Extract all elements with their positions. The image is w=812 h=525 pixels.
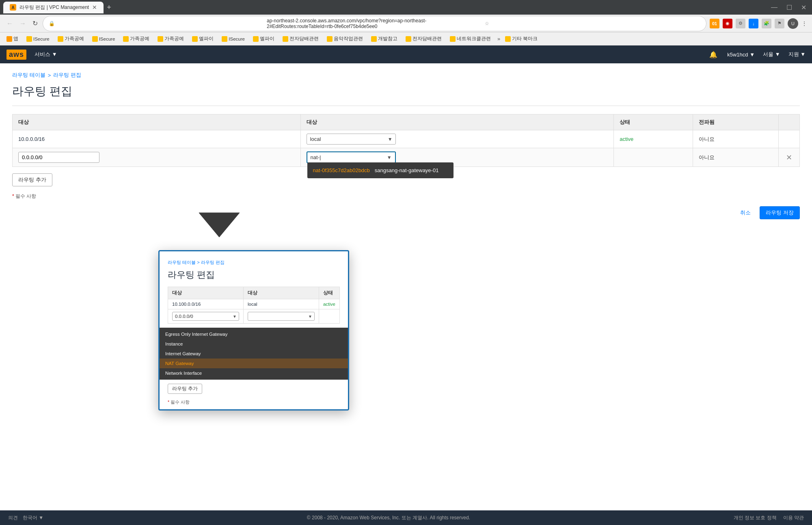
star-icon[interactable]: ☆ [485, 21, 700, 26]
zoom-status-active: active [323, 302, 335, 307]
aws-bell-icon[interactable]: 🔔 [709, 51, 717, 58]
zoom-target-input[interactable] [248, 312, 314, 320]
footer-feedback[interactable]: 의견 [8, 514, 18, 521]
zoom-add-route-button[interactable]: 라우팅 추가 [168, 384, 202, 394]
status-value: active [620, 136, 633, 142]
bookmark-cigarette1[interactable]: 전자담배관련 [279, 35, 322, 43]
bookmark-label: 전자담배관련 [289, 36, 319, 42]
back-button[interactable]: ← [5, 19, 15, 28]
zoom-table-row-2: ▼ ▼ [168, 309, 340, 324]
zoom-add-route-section: 라우팅 추가 [168, 380, 340, 400]
bookmark-cigarette2[interactable]: 전자담배관련 [402, 35, 445, 43]
aws-services-button[interactable]: 서비스 ▼ [31, 49, 60, 60]
maximize-button[interactable]: ☐ [784, 3, 795, 12]
forward-button[interactable]: → [18, 19, 28, 28]
apps-icon [6, 36, 12, 42]
remove-route-button[interactable]: ✕ [784, 153, 794, 162]
bookmark-family1[interactable]: 가족공예 [54, 35, 87, 43]
folder-icon [283, 36, 288, 42]
propagation-cell: 아니요 [693, 130, 779, 148]
zoom-dest-input[interactable] [173, 312, 239, 320]
target-select[interactable]: local [307, 134, 396, 145]
tab-icon: A [10, 4, 16, 11]
bookmark-dev[interactable]: 개발참고 [368, 35, 401, 43]
footer-language-label[interactable]: 한국어 ▼ [23, 514, 43, 521]
bookmark-apps[interactable]: 앱 [3, 35, 22, 43]
toolbar-icon-red[interactable]: ◉ [723, 19, 732, 28]
bookmark-isecure3[interactable]: ISecure [218, 35, 248, 43]
folder-icon [406, 36, 411, 42]
destination-input[interactable] [18, 152, 99, 163]
zoom-dropdown-item-instance[interactable]: Instance [160, 339, 348, 349]
bookmark-isecure2[interactable]: ISecure [89, 35, 119, 43]
col-destination: 대상 [13, 115, 301, 130]
zoom-route-table: 대상 대상 상태 10.100.0.0/16 local active [168, 287, 340, 324]
zoom-target-dropdown: Egress Only Internet Gateway Instance In… [160, 328, 348, 380]
bookmark-isecure1[interactable]: ISecure [23, 35, 53, 43]
zoom-panel-title: 라우팅 편집 [168, 269, 340, 281]
zoom-dropdown-item-eni[interactable]: Network Interface [160, 368, 348, 378]
toolbar-icon-ext[interactable]: 🧩 [762, 19, 771, 28]
toolbar-icon-gear[interactable]: ⚙ [736, 19, 745, 28]
action-cell [779, 130, 800, 148]
folder-icon [26, 36, 32, 42]
zoom-dropdown-item-nat[interactable]: NAT Gateway [160, 359, 348, 368]
refresh-button[interactable]: ↻ [31, 19, 39, 28]
browser-tab-active[interactable]: A 라우팅 편집 | VPC Management ✕ [3, 2, 104, 13]
zoom-panel: 라우팅 테이블 > 라우팅 편집 라우팅 편집 대상 대상 상태 10.100. [158, 250, 349, 410]
zoom-col-target: 대상 [243, 287, 319, 299]
footer-language-selector[interactable]: 한국어 ▼ [23, 514, 43, 521]
minimize-button[interactable]: — [769, 3, 780, 12]
breadcrumb-parent-link[interactable]: 라우팅 테이블 [12, 71, 45, 79]
main-content: 라우팅 테이블 > 라우팅 편집 라우팅 편집 대상 대상 상태 전파됨 [0, 63, 812, 510]
tab-close-button[interactable]: ✕ [92, 4, 97, 11]
aws-support-button[interactable]: 지원 ▼ [788, 51, 806, 58]
save-routes-button[interactable]: 라우팅 저장 [760, 206, 800, 219]
zoom-breadcrumb-sep: > [197, 260, 199, 265]
new-tab-button[interactable]: + [104, 2, 114, 13]
folder-icon [58, 36, 63, 42]
bookmarks-more-button[interactable]: » [497, 36, 500, 42]
bookmark-music[interactable]: 음악작업관련 [324, 35, 366, 43]
more-options-button[interactable]: ⋮ [801, 20, 807, 27]
status-cell: active [614, 130, 693, 148]
bookmark-elfai1[interactable]: 엘파이 [189, 35, 217, 43]
bookmark-other[interactable]: 기타 북마크 [502, 35, 541, 43]
bookmark-label: 음악작업관련 [334, 36, 363, 42]
propagation-value: 아니요 [699, 136, 715, 142]
aws-user-button[interactable]: k5w1hcd ▼ [727, 52, 755, 58]
footer-terms-link[interactable]: 이용 약관 [783, 514, 804, 521]
folder-icon [505, 36, 511, 42]
bookmark-label: ISecure [33, 37, 50, 41]
zoom-status-1: active [319, 299, 339, 309]
bookmark-family3[interactable]: 가족공예 [154, 35, 187, 43]
toolbar-icon-flag[interactable]: ⚑ [775, 19, 784, 28]
aws-region-button[interactable]: 서울 ▼ [763, 51, 780, 58]
user-avatar[interactable]: U [788, 18, 798, 29]
zoom-dropdown-item-igw[interactable]: Internet Gateway [160, 349, 348, 359]
nat-target-input[interactable] [307, 152, 395, 162]
bookmark-elfai2[interactable]: 엘파이 [250, 35, 278, 43]
bookmark-family2[interactable]: 가족공예 [120, 35, 153, 43]
title-bar: A 라우팅 편집 | VPC Management ✕ + — ☐ ✕ [0, 0, 812, 15]
bookmark-label: 전자담배관련 [412, 36, 442, 42]
suggestion-item[interactable]: nat-0f355c7d2ab02bdcb sangsang-nat-gatew… [307, 164, 454, 177]
footer-privacy-link[interactable]: 개인 정보 보호 정책 [734, 514, 777, 521]
footer-right: 개인 정보 보호 정책 이용 약관 [734, 514, 804, 521]
url-bar[interactable]: 🔒 ap-northeast-2.console.aws.amazon.com/… [43, 16, 706, 31]
zoom-breadcrumb-parent[interactable]: 라우팅 테이블 [168, 260, 196, 265]
toolbar-icon-download[interactable]: ↓ [749, 19, 758, 28]
cancel-button[interactable]: 취소 [736, 207, 755, 219]
folder-icon [192, 36, 198, 42]
bookmark-label: 개발참고 [378, 36, 397, 42]
folder-icon [450, 36, 456, 42]
close-button[interactable]: ✕ [799, 3, 809, 12]
zoom-dropdown-item-egress[interactable]: Egress Only Internet Gateway [160, 329, 348, 339]
url-text[interactable]: ap-northeast-2.console.aws.amazon.com/vp… [267, 18, 482, 29]
bookmark-network[interactable]: 네트워크클관련 [447, 35, 494, 43]
toolbar-icon-01[interactable]: 01 [710, 19, 719, 28]
add-route-button[interactable]: 라우팅 추가 [12, 173, 52, 186]
destination-cell: 10.0.0.0/16 [13, 130, 301, 148]
zoom-table-row: 10.100.0.0/16 local active [168, 299, 340, 309]
bookmark-label: 가족공예 [130, 36, 149, 42]
